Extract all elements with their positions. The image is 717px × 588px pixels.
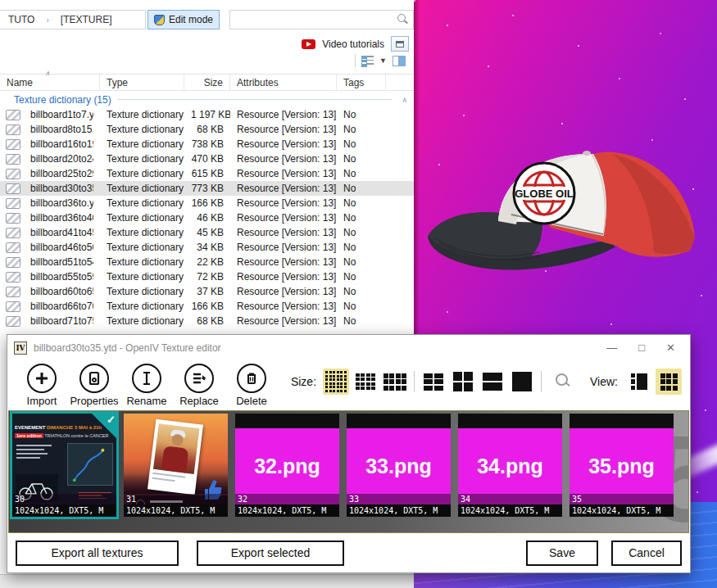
import-button[interactable]: Import [16,364,68,407]
rename-button[interactable]: Rename [120,364,173,407]
thumb-size-2-button[interactable] [352,369,379,395]
preview-pane-icon[interactable] [393,56,406,66]
file-attributes: Resource [Version: 13]; [230,183,337,194]
group-header[interactable]: Texture dictionary (15) ∧ [0,93,414,106]
file-tags: No [337,301,386,312]
stars-decoration [414,0,415,2]
cancel-button[interactable]: Cancel [611,541,682,566]
properties-icon [79,364,109,393]
table-row[interactable]: billboard20to24.ytd Texture dictionary 4… [0,152,414,166]
table-row[interactable]: billboard60to65.ytd Texture dictionary 3… [0,284,414,299]
search-input[interactable] [230,11,395,29]
texture-tile-31[interactable]: 31 1024x1024, DXT5, M [124,414,228,517]
view-list-button[interactable] [626,369,652,395]
thumb-size-4-button[interactable] [420,369,447,395]
table-row[interactable]: billboard36to40.ytd Texture dictionary 4… [0,210,414,225]
delete-button[interactable]: Delete [225,364,278,407]
file-list: billboard1to7.ytd Texture dictionary 1 1… [0,107,414,328]
texture-dictionary-file-icon [6,139,20,150]
breadcrumb[interactable]: TUTO › [TEXTURE] [0,10,146,29]
list-view-icon [631,373,647,390]
video-tutorials-link[interactable]: Video tutorials [322,38,384,50]
dialog-title-bar[interactable]: IV billboard30to35.ytd - OpenIV Texture … [7,335,690,360]
file-type: Texture dictionary [100,183,184,194]
breadcrumb-root[interactable]: TUTO [8,14,34,25]
texture-name: 30 [12,494,116,504]
texture-dictionary-file-icon [6,124,20,135]
table-row[interactable]: billboard8to15.ytd Texture dictionary 68… [0,122,414,137]
thumb-size-1-button[interactable] [323,369,349,395]
collapse-group-icon[interactable]: ∧ [402,96,414,104]
export-selected-button[interactable]: Export selected [197,541,344,566]
search-box[interactable] [229,10,414,29]
file-size: 166 KB [184,197,230,209]
table-row[interactable]: billboard51to54.ytd Texture dictionary 2… [0,255,414,269]
thumb-size-7-button[interactable] [509,369,535,395]
save-button[interactable]: Save [526,541,598,566]
texture-name: 33 [347,494,451,504]
edit-mode-button[interactable]: Edit mode [147,10,220,29]
file-tags: No [337,153,386,165]
editor-toolbar: Import Properties Rename Replace [7,360,690,410]
texture-tile-32[interactable]: 32.png 32 1024x1024, DXT5, M [235,414,339,517]
details-view-icon[interactable] [361,55,374,66]
thumb-size-5-button[interactable] [450,369,476,395]
column-header-name[interactable]: ∧Name [0,75,100,90]
social-card-graphic [147,419,203,495]
texture-tile-30[interactable]: EVENEMENT DIMANCHE 5 MAI à 21h 1ere edit… [12,414,116,517]
ibeam-icon [132,364,161,393]
dialog-button-bar: Export all textures Export selected Save… [7,533,690,572]
file-tags: No [337,271,386,283]
size-label: Size: [291,375,316,388]
column-header-tags[interactable]: Tags [337,75,386,90]
texture-dictionary-file-icon [6,154,20,165]
texture-dictionary-file-icon [6,301,20,312]
table-row[interactable]: billboard36to.ytd Texture dictionary 166… [0,196,414,210]
column-header-attributes[interactable]: Attributes [230,75,337,90]
table-row[interactable]: billboard46to50.ytd Texture dictionary 3… [0,240,414,255]
column-header-size[interactable]: Size [184,75,230,90]
texture-dictionary-file-icon [6,272,20,283]
file-name: billboard71to75.ytd [24,315,93,327]
trash-icon [237,364,266,393]
close-button[interactable]: ✕ [666,341,675,354]
placeholder-filename: 35.png [588,455,655,478]
export-all-textures-button[interactable]: Export all textures [16,541,179,566]
file-attributes: Resource [Version: 13]; [230,197,337,209]
thumb-size-3-button[interactable] [382,369,408,395]
zoom-search-icon[interactable] [551,369,575,394]
minimize-button[interactable]: — [606,341,617,354]
placeholder-filename: 32.png [254,455,320,478]
column-header-type[interactable]: Type [100,75,184,90]
file-type: Texture dictionary [100,227,184,238]
group-header-rule [118,99,393,100]
table-row[interactable]: billboard41to45.ytd Texture dictionary 4… [0,225,414,240]
thumb-size-6-button[interactable] [479,369,506,395]
texture-tile-33[interactable]: 33.png 33 1024x1024, DXT5, M [347,414,451,517]
table-row[interactable]: billboard71to75.ytd Texture dictionary 6… [0,314,414,328]
file-size: 68 KB [184,124,230,135]
breadcrumb-current[interactable]: [TEXTURE] [61,14,112,25]
texture-tile-35[interactable]: 35.png 35 1024x1024, DXT5, M [570,414,674,517]
table-row[interactable]: billboard66to70.ytd Texture dictionary 1… [0,299,414,314]
texture-info: 1024x1024, DXT5, M [347,504,451,517]
cap-logo-text: GLOBE OIL [515,188,574,200]
table-row[interactable]: billboard30to35.ytd Texture dictionary 7… [0,181,414,196]
table-row[interactable]: billboard25to29.ytd Texture dictionary 6… [0,166,414,181]
table-row[interactable]: billboard55to59.ytd Texture dictionary 7… [0,269,414,284]
group-header-label[interactable]: Texture dictionary (15) [14,94,111,106]
view-grid-button[interactable] [656,369,682,395]
replace-button[interactable]: Replace [173,364,225,407]
search-icon[interactable] [395,12,410,27]
table-row[interactable]: billboard16to19.ytd Texture dictionary 7… [0,137,414,152]
texture-tile-34[interactable]: 34.png 34 1024x1024, DXT5, M [458,414,562,517]
file-type: Texture dictionary [100,315,184,327]
table-row[interactable]: billboard1to7.ytd Texture dictionary 1 1… [0,107,414,122]
popout-window-button[interactable] [391,36,409,52]
view-label: View: [590,375,618,388]
texture-name: 34 [458,494,562,504]
file-size: 68 KB [184,315,230,327]
maximize-button[interactable]: □ [638,341,645,354]
view-dropdown-caret-icon[interactable]: ▼ [379,57,387,65]
properties-button[interactable]: Properties [68,364,120,407]
